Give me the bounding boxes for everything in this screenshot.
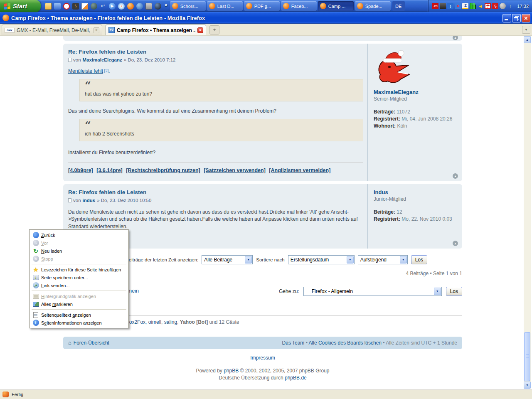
- signature-link[interactable]: [4.0b9pre]: [68, 167, 93, 173]
- start-button[interactable]: Start: [0, 0, 41, 12]
- scroll-down-icon[interactable]: ▼: [524, 382, 531, 389]
- member-link[interactable]: oimell: [148, 319, 161, 325]
- post-title-link[interactable]: Re: Firefox fehlen die Leisten: [68, 49, 363, 55]
- signature-link[interactable]: [Anglizismen vermeiden]: [269, 167, 330, 173]
- post-icon: [68, 198, 71, 202]
- context-menu-item-bookmark[interactable]: Lesezeichen für diese Seite hinzufügen: [30, 266, 128, 273]
- vertical-scrollbar[interactable]: ▲ ▼: [524, 36, 531, 389]
- close-button[interactable]: [522, 14, 530, 22]
- context-menu-item-back[interactable]: Zurück: [30, 231, 128, 239]
- audio-device-icon[interactable]: [500, 3, 506, 9]
- team-link[interactable]: Das Team: [282, 340, 305, 346]
- camera-icon[interactable]: [145, 3, 152, 10]
- menuleiste-fehlt-link[interactable]: Menüleiste fehlt: [68, 68, 103, 74]
- menu-separator: [32, 264, 126, 264]
- context-menu-item-select-all[interactable]: Alles markieren: [30, 300, 128, 308]
- delete-cookies-link[interactable]: Alle Cookies des Boards löschen: [309, 340, 382, 346]
- pause-icon[interactable]: II°: [100, 3, 106, 10]
- firefox-icon[interactable]: [127, 3, 134, 10]
- context-menu-item-view-source[interactable]: Seitenquelltext anzeigen: [30, 311, 128, 319]
- taskbar-button-camp-active[interactable]: Camp ...: [318, 1, 354, 11]
- sphere-icon[interactable]: [155, 3, 161, 10]
- back-to-top-icon[interactable]: ▲: [453, 241, 458, 246]
- chevron-down-icon: ▼: [347, 256, 354, 264]
- opera-icon[interactable]: [63, 3, 70, 10]
- taskbar-button-last[interactable]: Last D...: [207, 1, 243, 11]
- impressum-row: Impressum: [63, 355, 462, 361]
- poster-profile: MaximaleEleganz Senior-Mitglied Beiträge…: [367, 44, 462, 181]
- firefox-icon: [320, 3, 326, 9]
- taskbar-clock: 17:32: [517, 4, 529, 9]
- taskbar-button-schors[interactable]: Schors...: [170, 1, 206, 11]
- ati-icon[interactable]: ATI: [432, 3, 438, 9]
- new-tab-button[interactable]: +: [209, 25, 219, 34]
- jump-go-button[interactable]: Los: [446, 287, 462, 296]
- quick-launch-overflow-chevron[interactable]: »: [165, 2, 170, 10]
- lightning-icon[interactable]: ϟ: [492, 3, 498, 9]
- restore-button[interactable]: [512, 14, 521, 22]
- network-error-icon[interactable]: ×: [455, 3, 461, 9]
- page-source-icon: [33, 312, 38, 318]
- firefox-icon: [172, 3, 178, 9]
- back-to-top-icon[interactable]: ▲: [453, 36, 458, 40]
- sort-go-button[interactable]: Los: [411, 255, 427, 264]
- avira-icon[interactable]: ☂: [485, 3, 491, 9]
- display-range-select[interactable]: Alle Beiträge ▼: [202, 255, 253, 264]
- home-icon: ⌂: [68, 340, 71, 346]
- usb-device-icon[interactable]: ↑: [507, 3, 513, 9]
- sort-direction-select[interactable]: Aufsteigend ▼: [358, 255, 408, 264]
- phpbb-link[interactable]: phpBB: [224, 368, 239, 374]
- tab-close-icon[interactable]: ×: [94, 27, 99, 33]
- thunderbird-icon[interactable]: [136, 3, 143, 10]
- bookmark-star-icon: [33, 266, 38, 273]
- tab-close-icon[interactable]: ×: [197, 27, 203, 33]
- wireless-monitor-icon[interactable]: ): [447, 3, 453, 9]
- folder-icon[interactable]: [45, 3, 52, 10]
- ie-mail-icon[interactable]: [54, 3, 61, 10]
- phpbb-de-link[interactable]: phpBB.de: [285, 375, 307, 381]
- taskbar-button-pdf[interactable]: PDF g...: [244, 1, 280, 11]
- profile-rank: Senior-Mitglied: [374, 96, 458, 102]
- context-menu-item-page-info[interactable]: Seiteninformationen anzeigen: [30, 319, 128, 327]
- cd-icon[interactable]: •: [118, 3, 125, 10]
- media-player-icon[interactable]: ▶: [109, 3, 116, 10]
- post-title-link[interactable]: Re: Firefox fehlen die Leisten: [68, 189, 363, 195]
- context-menu-item-send-link[interactable]: Link senden...: [30, 281, 128, 289]
- list-all-tabs-button[interactable]: ▼: [522, 26, 530, 34]
- taskbar-button-faceb[interactable]: Faceb...: [281, 1, 317, 11]
- signature-link[interactable]: [Satzzeichen verwenden]: [204, 167, 266, 173]
- jump-to-select[interactable]: Firefox - Allgemein ▼: [303, 287, 442, 296]
- taskbar-button-spade[interactable]: Spade...: [355, 1, 391, 11]
- egg-icon[interactable]: [91, 3, 97, 10]
- notes-icon[interactable]: [81, 3, 88, 10]
- scrollbar-thumb[interactable]: [524, 332, 530, 381]
- impressum-link[interactable]: Impressum: [250, 355, 275, 361]
- signature-link[interactable]: [3.6.14pre]: [96, 167, 123, 173]
- minimize-button[interactable]: [502, 14, 511, 22]
- profile-username-link[interactable]: indus: [374, 189, 458, 195]
- goto-label: Gehe zu:: [279, 288, 299, 294]
- author-link[interactable]: MaximaleEleganz: [83, 57, 122, 62]
- context-menu-item-reload[interactable]: Neu laden: [30, 247, 128, 255]
- back-to-top-icon[interactable]: ▲: [453, 173, 458, 179]
- author-link[interactable]: indus: [83, 198, 96, 203]
- signal-strength-icon[interactable]: [470, 3, 476, 9]
- tab-gmx[interactable]: GMX GMX - E-Mail, FreeMail, De-Mail, The…: [2, 25, 102, 35]
- scroll-up-icon[interactable]: ▲: [524, 36, 531, 43]
- winamp-icon[interactable]: ϟ: [72, 3, 79, 10]
- sort-by-select[interactable]: Erstellungsdatum ▼: [288, 255, 355, 264]
- language-indicator[interactable]: DE: [392, 1, 405, 11]
- context-menu-item-save-page[interactable]: Seite speichern unter...: [30, 273, 128, 281]
- member-link[interactable]: saling: [164, 319, 177, 325]
- menu-separator: [32, 309, 126, 310]
- member-link[interactable]: Fox2Fox: [126, 319, 145, 325]
- display-range-label: Beiträge der letzten Zeit anzeigen:: [126, 257, 198, 262]
- profile-username-link[interactable]: MaximaleEleganz: [374, 89, 458, 95]
- volume-icon[interactable]: ◄: [477, 3, 483, 9]
- display-settings-icon[interactable]: [440, 3, 446, 9]
- forum-index-link[interactable]: Foren-Übersicht: [74, 340, 109, 346]
- signature-link[interactable]: [Rechtschreibprüfung nutzen]: [126, 167, 200, 173]
- tab-camp-firefox-active[interactable]: Fx Camp Firefox • Thema anzeigen ... ×: [106, 25, 206, 35]
- zonealarm-icon[interactable]: Z: [462, 3, 468, 9]
- previous-post-partial: ▲: [63, 36, 462, 41]
